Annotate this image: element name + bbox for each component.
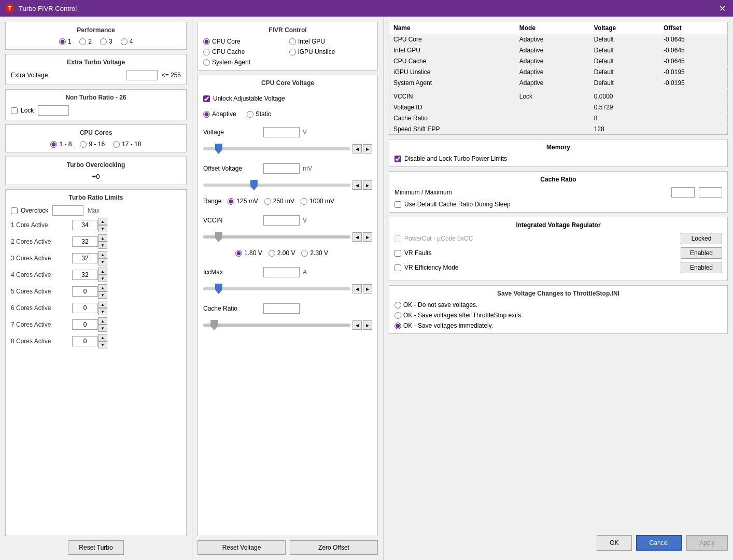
core-7-input[interactable] [72,319,98,330]
extra-voltage-title: Extra Turbo Voltage [11,59,181,66]
range-1000mv[interactable]: 1000 mV [301,198,334,205]
cache-ratio-decrement[interactable]: ◄ [353,320,362,330]
core-7-down[interactable]: ▼ [98,325,107,332]
vrfaults-button[interactable]: Enabled [681,247,722,259]
cancel-button[interactable]: Cancel [636,535,682,551]
vccin-range-230v[interactable]: 2.30 V [301,249,328,257]
iccmax-increment[interactable]: ► [363,284,372,293]
iccmax-input[interactable]: 29.00 [263,267,300,277]
core-5-down[interactable]: ▼ [98,291,107,299]
overclock-checkbox-label[interactable]: Overclock [11,207,48,214]
voltage-label: Voltage [203,129,260,136]
overclock-checkbox[interactable] [11,207,18,214]
non-turbo-lock-checkbox[interactable] [11,107,18,114]
save-option-immediately[interactable]: OK - Save voltages immediately. [394,322,722,329]
iccmax-label: IccMax [203,269,260,276]
col-offset: Offset [659,22,727,34]
ok-button[interactable]: OK [597,535,631,551]
vccin-range-200v[interactable]: 2.00 V [269,249,295,257]
vccin-input[interactable]: Default [263,215,300,226]
reset-voltage-button[interactable]: Reset Voltage [198,540,286,555]
core-3-input[interactable] [72,253,98,263]
core-1-up[interactable]: ▲ [98,218,107,225]
table-row: 5 Cores Active ▲ ▼ [11,284,181,299]
vccin-decrement[interactable]: ◄ [353,232,362,242]
vrfaults-label[interactable]: VR Faults [394,249,432,257]
vrefficiency-label[interactable]: VR Efficiency Mode [394,264,459,271]
core-5-up[interactable]: ▲ [98,284,107,291]
core-7-up[interactable]: ▲ [98,317,107,325]
cache-ratio-increment[interactable]: ► [363,320,372,330]
cores-option-1-8[interactable]: 1 - 8 [50,141,72,148]
memory-section: Memory Disable and Lock Turbo Power Limi… [389,139,728,167]
core-4-up[interactable]: ▲ [98,268,107,275]
core-6-input[interactable] [72,303,98,313]
core-1-down[interactable]: ▼ [98,225,107,232]
core-8-input[interactable] [72,336,98,346]
extra-voltage-input[interactable]: 0 [126,70,158,80]
turbo-overclocking-value: +0 [11,173,181,180]
apply-button[interactable]: Apply [686,535,728,551]
cache-min-input[interactable]: 8 [671,187,695,198]
zero-offset-button[interactable]: Zero Offset [290,540,378,555]
close-button[interactable]: ✕ [717,4,728,13]
cache-max-input[interactable]: 34 [699,187,722,198]
core-4-input[interactable] [72,270,98,280]
fivr-cpu-core[interactable]: CPU Core [203,38,286,45]
disable-lock-turbo-checkbox[interactable] [394,156,401,162]
voltage-input[interactable]: Default [263,127,300,137]
core-2-up[interactable]: ▲ [98,234,107,242]
default-cache-sleep-checkbox[interactable] [394,201,401,208]
cache-ratio-input[interactable] [263,303,300,314]
offset-decrement[interactable]: ◄ [353,180,362,190]
static-mode[interactable]: Static [247,110,271,118]
core-3-down[interactable]: ▼ [98,258,107,265]
core-2-input[interactable] [72,236,98,247]
fivr-intel-gpu[interactable]: Intel GPU [289,38,372,45]
non-turbo-lock-label[interactable]: Lock [11,107,34,114]
core-3-up[interactable]: ▲ [98,251,107,258]
core-4-down[interactable]: ▼ [98,275,107,282]
cores-option-17-18[interactable]: 17 - 18 [113,141,141,148]
core-1-input[interactable] [72,220,98,230]
save-option-after-exit[interactable]: OK - Save voltages after ThrottleStop ex… [394,312,722,319]
vccin-increment[interactable]: ► [363,232,372,242]
default-cache-sleep-label[interactable]: Use Default Cache Ratio During Sleep [394,201,722,208]
core-8-down[interactable]: ▼ [98,341,107,348]
core-6-down[interactable]: ▼ [98,308,107,315]
vrfaults-checkbox[interactable] [394,250,401,257]
powercut-button[interactable]: Locked [681,233,722,244]
unlock-adjustable-voltage-checkbox[interactable] [203,95,210,102]
offset-increment[interactable]: ► [363,180,372,190]
offset-voltage-input[interactable]: -64.5 [263,163,300,174]
fivr-igpu-unslice[interactable]: iGPU Unslice [289,48,372,55]
fivr-cpu-cache[interactable]: CPU Cache [203,48,286,55]
range-250mv[interactable]: 250 mV [264,198,294,205]
voltage-decrement[interactable]: ◄ [353,144,362,153]
save-option-no-save[interactable]: OK - Do not save voltages. [394,301,722,309]
core-6-up[interactable]: ▲ [98,301,107,308]
vrefficiency-button[interactable]: Enabled [681,262,722,273]
cores-option-9-16[interactable]: 9 - 16 [80,141,105,148]
core-2-down[interactable]: ▼ [98,242,107,249]
perf-option-1[interactable]: 1 [59,38,72,45]
vccin-range-180v[interactable]: 1.80 V [235,249,262,257]
perf-option-2[interactable]: 2 [79,38,92,45]
disable-lock-turbo-label[interactable]: Disable and Lock Turbo Power Limits [394,155,722,162]
core-5-input[interactable] [72,286,98,297]
reset-turbo-button[interactable]: Reset Turbo [68,540,123,555]
range-125mv[interactable]: 125 mV [228,198,258,205]
unlock-adjustable-voltage-label[interactable]: Unlock Adjustable Voltage [203,95,372,102]
vccin-slider-row: ◄ ► [203,232,372,242]
adaptive-mode[interactable]: Adaptive [203,110,236,118]
non-turbo-value-input[interactable]: 26 [38,105,69,116]
perf-option-4[interactable]: 4 [121,38,133,45]
vrefficiency-checkbox[interactable] [394,264,401,271]
window-title: Turbo FIVR Control [19,5,77,12]
iccmax-decrement[interactable]: ◄ [353,284,362,293]
fivr-system-agent[interactable]: System Agent [203,59,286,66]
perf-option-3[interactable]: 3 [100,38,112,45]
overclock-max-input[interactable]: 34 [52,205,83,216]
voltage-increment[interactable]: ► [363,144,372,153]
core-8-up[interactable]: ▲ [98,334,107,341]
